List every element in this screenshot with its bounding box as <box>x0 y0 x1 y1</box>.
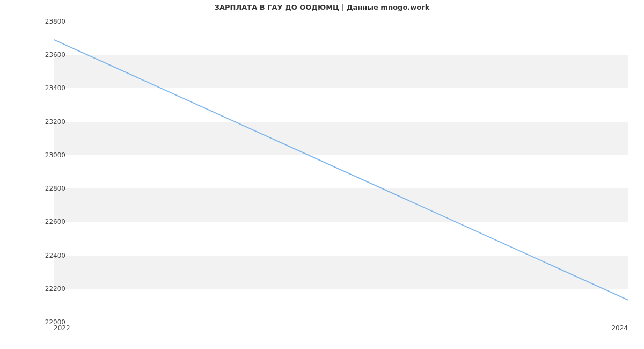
y-tick-label: 22800 <box>45 185 65 192</box>
y-tick-label: 23800 <box>45 18 65 25</box>
chart-title: ЗАРПЛАТА В ГАУ ДО ООДЮМЦ | Данные mnogo.… <box>0 3 644 11</box>
x-tick-label: 2022 <box>54 324 70 332</box>
y-tick-label: 23200 <box>45 118 65 126</box>
y-tick-label: 23000 <box>45 151 65 159</box>
y-tick-label: 22200 <box>45 285 65 293</box>
plot-area <box>54 21 628 322</box>
salary-line-chart: ЗАРПЛАТА В ГАУ ДО ООДЮМЦ | Данные mnogo.… <box>0 0 644 349</box>
y-tick-label: 23600 <box>45 51 65 59</box>
x-tick-label: 2024 <box>611 324 628 332</box>
y-tick-label: 22400 <box>45 252 65 259</box>
y-tick-label: 22600 <box>45 218 65 226</box>
y-tick-label: 23400 <box>45 84 65 92</box>
series-line <box>54 40 628 300</box>
